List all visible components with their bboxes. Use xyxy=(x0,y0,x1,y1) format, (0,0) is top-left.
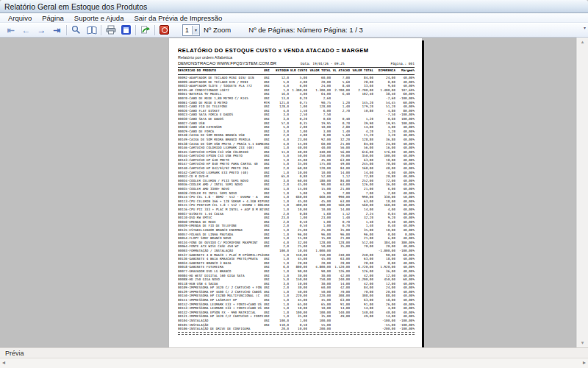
next-page-icon: → xyxy=(37,26,46,35)
report-column-header: UNI xyxy=(264,68,273,73)
report-company: DEMONSTRACAO WWW.FPQSYSTEM.COM.BR xyxy=(178,61,301,66)
report-column-header: VLR CUSTO xyxy=(289,68,307,73)
window-title: Relatório Geral em Estoque dos Produtos xyxy=(4,2,147,11)
zoom-label: Nº Zoom xyxy=(204,26,231,34)
report-column-header: ESTOQUE xyxy=(273,68,289,73)
previa-label: Prévia xyxy=(5,350,24,357)
report-date: Data: 19/01/26 - 09:25 xyxy=(301,62,378,66)
menu-sair-da-previa[interactable]: Sair da Prévia de Impressão xyxy=(129,14,227,22)
report-column-header: DESCRICAO DO PRODUTO xyxy=(178,68,264,73)
toolbar-separator xyxy=(101,25,101,35)
menu-arquivo[interactable]: Arquivo xyxy=(3,14,37,22)
zoom-level-value: 1 xyxy=(183,26,192,34)
titlebar: Relatório Geral em Estoque dos Produtos xyxy=(0,0,588,13)
report-rule xyxy=(178,67,415,68)
report-page: RELATÓRIO DO ESTOQUE CUSTO x VENDA ATACA… xyxy=(169,38,422,347)
first-page-icon: ⇤ xyxy=(7,26,14,35)
menubar: Arquivo Página Suporte e Ajuda Sair da P… xyxy=(0,13,588,23)
first-page-button[interactable]: ⇤ xyxy=(3,24,18,36)
report-cell: 10,00 xyxy=(289,327,307,331)
last-page-button[interactable]: ⇥ xyxy=(49,24,65,36)
report-column-header: DIFERENCA xyxy=(373,68,395,73)
horizontal-scrollbar[interactable]: ◂ ▸ xyxy=(0,358,588,368)
report-column-header: VALOR TOTAL xyxy=(350,68,373,73)
report-title: RELATÓRIO DO ESTOQUE CUSTO x VENDA ATACA… xyxy=(178,47,422,54)
scroll-down-icon[interactable]: ▾ xyxy=(577,340,588,346)
previous-page-icon: ← xyxy=(22,26,31,35)
scroll-left-icon[interactable]: ◂ xyxy=(2,359,5,366)
report-column-header: VALOR TOTAL xyxy=(307,68,331,73)
menu-suporte-e-ajuda[interactable]: Suporte e Ajuda xyxy=(69,14,129,22)
vertical-scrollbar[interactable]: ▴ ▾ xyxy=(576,38,588,347)
report-header-row: DESCRICAO DO PRODUTOUNIESTOQUEVLR CUSTOV… xyxy=(178,68,415,73)
report-rows: 00092-ADAPTADOR DE TECLADO MINI DIN/ DIN… xyxy=(178,76,422,331)
toolbar-separator xyxy=(135,25,136,35)
print-button[interactable] xyxy=(103,24,118,36)
zoom-tool-button[interactable] xyxy=(68,24,84,36)
printer-icon xyxy=(106,25,116,35)
previous-page-button[interactable]: ← xyxy=(18,24,34,36)
magnifier-icon xyxy=(71,25,81,35)
export-button[interactable] xyxy=(137,24,153,36)
report-cell: 20,0 xyxy=(273,327,289,331)
report-cell xyxy=(350,327,373,331)
toolbar: ⇤ ← → ⇥ xyxy=(0,23,588,38)
toolbar-separator xyxy=(66,25,67,35)
report-column-header: VL ATACAD xyxy=(331,68,350,73)
report-end-rule xyxy=(178,332,415,335)
report-column-header: Margem% xyxy=(395,68,415,73)
app-window: Relatório Geral em Estoque dos Produtos … xyxy=(0,0,588,368)
printer-setup-button[interactable] xyxy=(118,24,134,36)
report-rule xyxy=(178,74,415,75)
toolbar-overflow-icon[interactable]: ▾ xyxy=(584,25,586,30)
report-cell: -100,00% xyxy=(395,327,415,331)
report-cell xyxy=(264,327,273,331)
previa-bar: Prévia xyxy=(0,347,588,358)
report-cell xyxy=(331,327,350,331)
close-preview-button[interactable] xyxy=(157,24,172,36)
two-page-view-button[interactable] xyxy=(84,24,99,36)
scroll-up-icon[interactable]: ▴ xyxy=(577,39,588,45)
report-cell: 00106-INSTALAÇÃO DE DRIVE DE CONFIGURA xyxy=(178,327,264,331)
preview-workspace: RELATÓRIO DO ESTOQUE CUSTO x VENDA ATACA… xyxy=(0,38,588,347)
report-cell: 200,00 xyxy=(307,327,331,331)
zoom-level-select[interactable]: 1 ▾ xyxy=(182,24,200,36)
export-green-icon xyxy=(140,25,151,35)
chevron-down-icon: ▾ xyxy=(192,26,199,35)
close-red-icon xyxy=(159,25,169,35)
menu-pagina[interactable]: Página xyxy=(37,14,69,22)
report-row: 00106-INSTALAÇÃO DE DRIVE DE CONFIGURA20… xyxy=(178,327,415,331)
printer-setup-icon xyxy=(121,25,131,35)
scroll-right-icon[interactable]: ▸ xyxy=(583,359,586,366)
report-page-number: Página.: 001 xyxy=(378,62,415,66)
page-count-label: Nº de Páginas: Número Página: 1 / 3 xyxy=(248,26,363,34)
book-icon xyxy=(87,25,97,35)
report-cell: -200,00 xyxy=(373,327,395,331)
report-subtitle: Relatório por ordem Alfabética xyxy=(178,55,422,60)
next-page-button[interactable]: → xyxy=(34,24,49,36)
toolbar-separator xyxy=(154,25,155,35)
report-meta-row: DEMONSTRACAO WWW.FPQSYSTEM.COM.BR Data: … xyxy=(178,61,415,66)
last-page-icon: ⇥ xyxy=(53,26,60,35)
